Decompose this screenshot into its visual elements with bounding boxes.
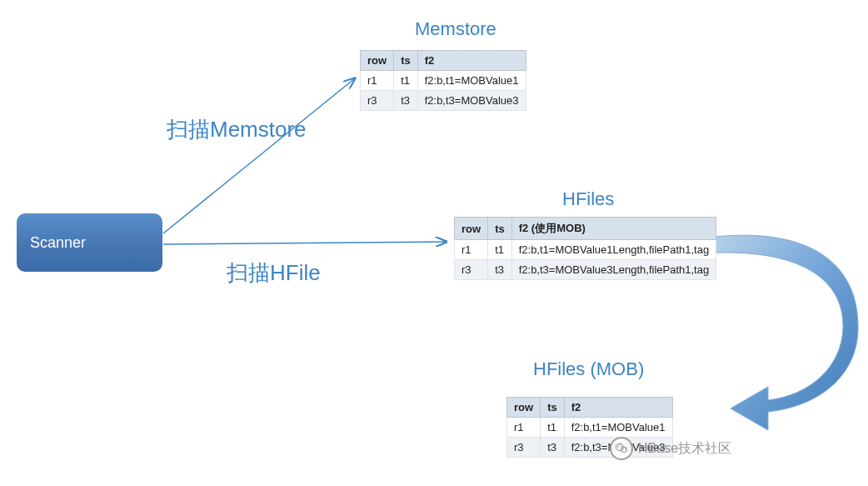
title-memstore: Memstore [415, 18, 496, 40]
table-header: f2 [564, 398, 672, 418]
table-header: row [361, 51, 394, 71]
table-row: r1 t1 f2:b,t1=MOBValue1 [361, 71, 526, 91]
table-header: ts [394, 51, 418, 71]
table-header: row [507, 398, 541, 418]
table-memstore: row ts f2 r1 t1 f2:b,t1=MOBValue1 r3 t3 … [360, 50, 526, 111]
table-row: r1 t1 f2:b,t1=MOBValue1 [507, 418, 673, 438]
table-header: ts [488, 218, 512, 240]
table-row: r3 t3 f2:b,t3=MOBValue3Length,filePath1,… [455, 260, 716, 280]
title-hfiles-mob: HFiles (MOB) [533, 358, 644, 380]
table-header: f2 (使用MOB) [511, 218, 716, 240]
table-row: r1 t1 f2:b,t1=MOBValue1Length,filePath1,… [455, 240, 716, 260]
table-row: r3 t3 f2:b,t3=MOBValue3 [361, 91, 526, 111]
table-hfiles: row ts f2 (使用MOB) r1 t1 f2:b,t1=MOBValue… [454, 217, 716, 280]
scanner-node: Scanner [17, 213, 162, 272]
label-scan-hfile: 扫描HFile [227, 258, 321, 288]
title-hfiles: HFiles [562, 188, 614, 210]
table-header: f2 [417, 51, 526, 71]
scanner-label: Scanner [30, 234, 86, 252]
table-row: r3 t3 f2:b,t3=MOBValue3 [507, 438, 673, 458]
table-header: ts [541, 398, 565, 418]
label-scan-memstore: 扫描Memstore [167, 115, 307, 144]
arrow-scanner-to-memstore [163, 78, 355, 233]
table-hfiles-mob: row ts f2 r1 t1 f2:b,t1=MOBValue1 r3 t3 … [506, 397, 673, 458]
table-header: row [455, 218, 488, 240]
arrow-scanner-to-hfiles [163, 242, 446, 244]
